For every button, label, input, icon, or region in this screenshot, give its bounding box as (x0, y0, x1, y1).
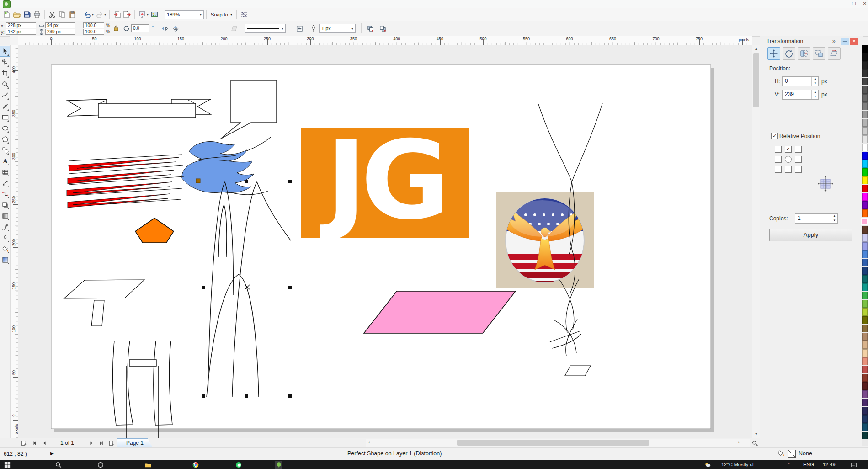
anchor-bottom-center-checkbox[interactable] (785, 166, 792, 173)
mirror-horizontal-button[interactable] (160, 24, 169, 33)
toolbox-tool-fill[interactable] (0, 243, 10, 254)
save-button[interactable] (22, 10, 32, 20)
color-swatch-ff00ff[interactable] (862, 193, 868, 201)
whatsapp-icon[interactable] (235, 461, 242, 469)
color-swatch-7ac143[interactable] (862, 300, 868, 308)
mirror-vertical-button[interactable] (171, 24, 180, 33)
anchor-center-radio[interactable] (785, 156, 792, 163)
copies-spinner[interactable]: ▲▼ (831, 214, 838, 223)
cut-button[interactable] (47, 10, 57, 20)
scale-x-field[interactable]: 100.0 (83, 22, 104, 28)
toolbox-tool-basic-shapes[interactable] (0, 144, 10, 155)
color-swatch-e6e6e6[interactable] (862, 135, 868, 143)
scroll-up-icon[interactable]: ▲ (752, 45, 760, 53)
outline-style-combo[interactable]: ▾ (245, 24, 286, 33)
page-tab[interactable]: Page 1 (117, 438, 153, 448)
anchor-top-center-checkbox[interactable]: ✓ (785, 146, 792, 153)
app-launcher-dropdown[interactable]: ▾ (147, 12, 149, 16)
anchor-bottom-right-checkbox[interactable] (795, 166, 802, 173)
copy-button[interactable] (57, 10, 67, 20)
zoom-navigator-button[interactable] (751, 439, 759, 447)
horizontal-ruler[interactable]: pixels 050100150200250300350400450500550… (18, 36, 752, 45)
anchor-top-left-checkbox[interactable] (775, 146, 782, 153)
options-button[interactable] (239, 10, 249, 20)
color-swatch-1b3f7a[interactable] (862, 267, 868, 275)
language-indicator[interactable]: ENG (803, 462, 814, 467)
import-button[interactable] (112, 10, 122, 20)
color-swatch-00c8ff[interactable] (862, 160, 868, 168)
y-position-field[interactable]: 162 px (6, 29, 36, 35)
previous-page-button[interactable] (40, 439, 48, 447)
transform-rotate-button[interactable] (783, 47, 795, 60)
color-swatch-808080[interactable] (862, 102, 868, 110)
toolbox-tool-transparency[interactable] (0, 210, 10, 221)
color-swatch-999999[interactable] (862, 111, 868, 118)
add-page-button[interactable] (19, 439, 27, 447)
h-spinner[interactable]: ▲▼ (811, 77, 819, 86)
weather-icon[interactable] (704, 461, 711, 469)
transform-skew-button[interactable] (828, 47, 841, 60)
color-swatch-cccccc[interactable] (862, 127, 868, 135)
v-spinner[interactable]: ▲▼ (811, 90, 819, 99)
undo-dropdown[interactable]: ▾ (92, 12, 94, 16)
maximize-button[interactable]: ▢ (849, 0, 859, 7)
color-swatch-000000[interactable] (862, 45, 868, 53)
eagle-emblem-image[interactable] (496, 192, 594, 288)
color-swatch-8c3a2b[interactable] (862, 374, 868, 382)
toolbox-tool-connector[interactable] (0, 188, 10, 199)
to-back-of-layer-button[interactable] (366, 24, 375, 33)
next-page-button[interactable] (87, 439, 95, 447)
last-page-button[interactable] (97, 439, 105, 447)
color-swatch-0a3a3a[interactable] (862, 432, 868, 439)
apply-button[interactable]: Apply (769, 229, 852, 241)
transform-scale-mirror-button[interactable] (798, 47, 810, 60)
new-document-button[interactable] (2, 10, 12, 20)
color-swatch-b5d334[interactable] (862, 308, 868, 316)
color-swatch-e60000[interactable] (862, 185, 868, 192)
coreldraw-taskbar-icon[interactable] (275, 461, 282, 469)
outline-width-combo[interactable]: 1 px ▾ (319, 24, 356, 33)
toolbox-tool-dimension[interactable] (0, 177, 10, 188)
transform-position-button[interactable] (767, 47, 780, 60)
weather-text[interactable]: 12°C Mostly cl (721, 462, 753, 467)
anchor-middle-right-checkbox[interactable] (795, 156, 802, 163)
color-swatch-0000e6[interactable] (862, 152, 868, 160)
to-front-of-layer-button[interactable] (378, 24, 387, 33)
anchor-middle-left-checkbox[interactable] (775, 156, 782, 163)
vertical-ruler[interactable]: pixels 400350300250200150100500 (10, 45, 19, 438)
color-swatch-454545[interactable] (862, 78, 868, 85)
lock-ratio-icon[interactable] (112, 25, 120, 32)
toolbox-tool-crop[interactable] (0, 68, 10, 79)
docker-close-button[interactable]: ✕ (850, 38, 858, 45)
document-properties-button[interactable] (295, 24, 304, 33)
toolbox-tool-freehand[interactable] (0, 90, 10, 101)
object-height-field[interactable]: 239 px (45, 29, 75, 35)
color-swatch-b08968[interactable] (862, 333, 868, 341)
object-width-field[interactable]: 94 px (45, 22, 75, 28)
color-swatch-7a4a8c[interactable] (862, 390, 868, 398)
color-swatch-0e6b6b[interactable] (862, 275, 868, 283)
color-swatch-5f3a2a[interactable] (862, 226, 868, 234)
color-swatch-ffffff[interactable] (862, 144, 868, 151)
color-swatch-222222[interactable] (862, 61, 868, 69)
color-swatch-4b86d9[interactable] (862, 250, 868, 258)
color-swatch-ccccf2[interactable] (862, 234, 868, 242)
distort-button[interactable] (229, 24, 239, 33)
toolbox-tool-outline-pen[interactable] (0, 232, 10, 243)
color-swatch-f2d0a4[interactable] (862, 349, 868, 357)
tray-chevron[interactable]: ^ (788, 462, 790, 467)
color-swatch-6b6b6b[interactable] (862, 94, 868, 102)
windows-start-button[interactable] (4, 461, 11, 469)
snap-to-dropdown[interactable]: Snap to ▾ (209, 12, 234, 17)
first-page-button[interactable] (30, 439, 38, 447)
cortana-icon[interactable] (97, 461, 104, 469)
toolbox-tool-table[interactable] (0, 166, 10, 177)
toolbox-tool-interactive-fill[interactable] (0, 254, 10, 265)
zoom-level-combo[interactable]: 189% ▾ (165, 10, 204, 19)
color-swatch-ff6600[interactable] (862, 209, 868, 217)
notification-center-icon[interactable] (850, 461, 857, 469)
toolbox-tool-pick[interactable] (0, 46, 10, 57)
anchor-top-right-checkbox[interactable] (795, 146, 802, 153)
horizontal-scroll-thumb[interactable] (457, 440, 649, 446)
color-swatch-37b34a[interactable] (862, 292, 868, 299)
